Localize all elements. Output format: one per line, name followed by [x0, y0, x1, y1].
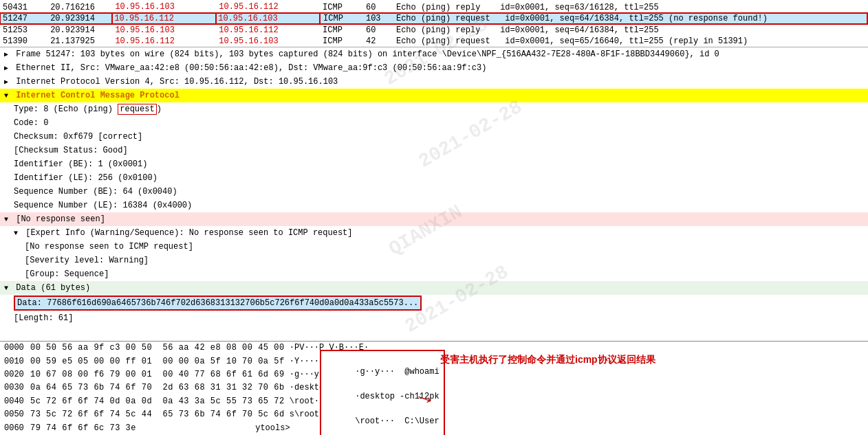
seq-le-line: Sequence Number (LE): 16384 (0x4000) — [0, 199, 868, 212]
type-request-box: request — [118, 104, 156, 115]
hex-pane: 0000 00 50 56 aa 9f c3 00 50 56 aa 42 e8… — [0, 341, 868, 435]
ipv4-line: ▶ Internet Protocol Version 4, Src: 10.9… — [0, 75, 868, 89]
packet-num: 50431 — [0, 1, 47, 13]
identifier-le-line: Identifier (LE): 256 (0x0100) — [0, 171, 868, 185]
packet-info: Echo (ping) request id=0x0001, seq=65/16… — [393, 36, 867, 47]
expand-arrow-eth[interactable]: ▶ — [4, 65, 8, 72]
code-line: Code: 0 — [0, 116, 868, 130]
packet-table: 50431 20.716216 10.95.16.103 10.95.16.11… — [0, 1, 868, 47]
packet-proto: ICMP — [320, 1, 363, 13]
table-row[interactable]: 51247 20.923914 10.95.16.112 10.95.16.10… — [0, 13, 867, 24]
packet-time: 20.923914 — [47, 13, 112, 24]
packet-info: Echo (ping) reply id=0x0001, seq=64/1638… — [393, 24, 867, 36]
data-section-row: ▼ Data (61 bytes) — [0, 281, 868, 295]
packet-proto: ICMP — [320, 24, 363, 36]
type-line: Type: 8 (Echo (ping) request) — [0, 102, 868, 116]
severity-line: [Severity level: Warning] — [0, 254, 868, 267]
packet-dst: 10.95.16.103 — [216, 36, 320, 47]
ethernet-line: ▶ Ethernet II, Src: VMware_aa:42:e8 (00:… — [0, 61, 868, 75]
packet-len: 60 — [363, 24, 393, 36]
table-row[interactable]: 51390 21.137925 10.95.16.112 10.95.16.10… — [0, 36, 867, 47]
detail-pane: ▶ Frame 51247: 103 bytes on wire (824 bi… — [0, 47, 868, 341]
packet-info: Echo (ping) reply id=0x0001, seq=63/1612… — [393, 1, 867, 13]
packet-src: 10.95.16.112 — [112, 36, 216, 47]
main-container: 2021-02-28 2021-02-28 QIANXIN 2021-02-28… — [0, 0, 868, 435]
expand-arrow-data[interactable]: ▼ — [4, 285, 8, 292]
length-line: [Length: 61] — [0, 311, 868, 325]
packet-src: 10.95.16.103 — [112, 1, 216, 13]
expand-arrow[interactable]: ▶ — [4, 51, 8, 58]
packet-len: 60 — [363, 1, 393, 13]
table-row[interactable]: 51253 20.923914 10.95.16.103 10.95.16.11… — [0, 24, 867, 36]
icmp-header-row: ▼ Internet Control Message Protocol — [0, 89, 868, 102]
data-hex-row: Data: 77686f616d690a6465736b746f702d6368… — [0, 295, 868, 311]
packet-list: 50431 20.716216 10.95.16.103 10.95.16.11… — [0, 0, 868, 47]
packet-time: 20.716216 — [47, 1, 112, 13]
packet-num: 51247 — [0, 13, 47, 24]
identifier-be-line: Identifier (BE): 1 (0x0001) — [0, 157, 868, 171]
checksum-status-line: [Checksum Status: Good] — [0, 144, 868, 157]
expand-arrow-expert[interactable]: ▼ — [14, 230, 18, 237]
chinese-annotation: 受害主机执行了控制命令并通过icmp协议返回结果 — [440, 354, 655, 366]
packet-len: 42 — [363, 36, 393, 47]
table-row[interactable]: 50431 20.716216 10.95.16.103 10.95.16.11… — [0, 1, 867, 13]
packet-info: Echo (ping) request id=0x0001, seq=64/16… — [393, 13, 867, 24]
packet-dst: 10.95.16.103 — [216, 13, 320, 24]
packet-proto: ICMP — [320, 13, 363, 24]
expand-arrow-ip[interactable]: ▶ — [4, 78, 8, 86]
packet-num: 51253 — [0, 24, 47, 36]
packet-src: 10.95.16.112 — [112, 13, 216, 24]
packet-src: 10.95.16.103 — [112, 24, 216, 36]
no-response-row: ▼ [No response seen] — [0, 212, 868, 226]
expand-arrow-icmp[interactable]: ▼ — [4, 92, 8, 100]
packet-len: 103 — [363, 13, 393, 24]
frame-line: ▶ Frame 51247: 103 bytes on wire (824 bi… — [0, 47, 868, 61]
expert-info-row: ▼ [Expert Info (Warning/Sequence): No re… — [0, 226, 868, 240]
packet-time: 20.923914 — [47, 24, 112, 36]
no-response-icmp-line: [No response seen to ICMP request] — [0, 240, 868, 254]
packet-num: 51390 — [0, 36, 47, 47]
seq-be-line: Sequence Number (BE): 64 (0x0040) — [0, 185, 868, 199]
packet-proto: ICMP — [320, 36, 363, 47]
packet-time: 21.137925 — [47, 36, 112, 47]
checksum-line: Checksum: 0xf679 [correct] — [0, 130, 868, 144]
expand-arrow-noresp[interactable]: ▼ — [4, 216, 8, 223]
packet-dst: 10.95.16.112 — [216, 1, 320, 13]
group-line: [Group: Sequence] — [0, 267, 868, 281]
packet-dst: 10.95.16.112 — [216, 24, 320, 36]
